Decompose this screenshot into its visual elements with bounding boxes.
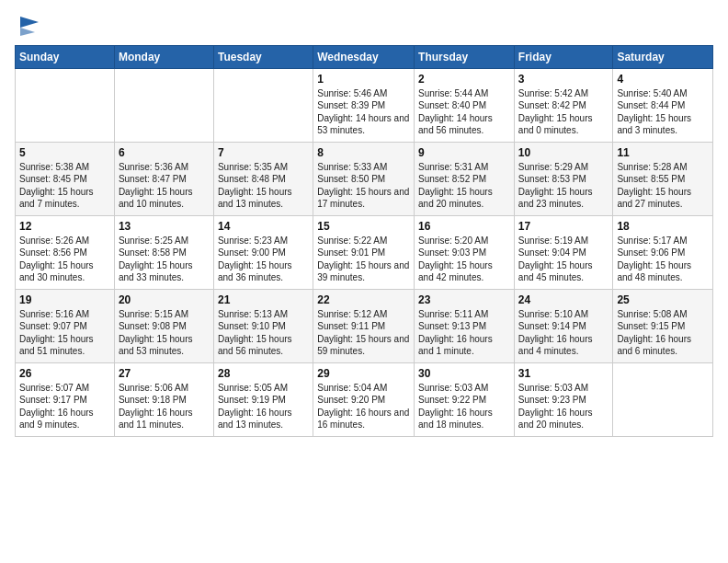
day-info: Sunrise: 5:03 AM Sunset: 9:23 PM Dayligh… [518,382,609,431]
day-number: 1 [317,73,410,86]
col-header-monday: Monday [114,45,213,68]
day-info: Sunrise: 5:10 AM Sunset: 9:14 PM Dayligh… [518,308,609,358]
day-cell: 16Sunrise: 5:20 AM Sunset: 9:03 PM Dayli… [415,215,515,289]
day-info: Sunrise: 5:22 AM Sunset: 9:01 PM Dayligh… [317,235,410,284]
day-number: 25 [617,293,709,306]
day-cell: 19Sunrise: 5:16 AM Sunset: 9:07 PM Dayli… [16,289,115,362]
col-header-tuesday: Tuesday [213,45,313,68]
day-cell: 18Sunrise: 5:17 AM Sunset: 9:06 PM Dayli… [613,215,713,289]
day-number: 26 [19,367,110,380]
day-info: Sunrise: 5:05 AM Sunset: 9:19 PM Dayligh… [218,382,309,431]
logo [15,15,42,38]
day-cell: 11Sunrise: 5:28 AM Sunset: 8:55 PM Dayli… [613,142,713,215]
day-info: Sunrise: 5:36 AM Sunset: 8:47 PM Dayligh… [119,161,210,211]
day-info: Sunrise: 5:16 AM Sunset: 9:07 PM Dayligh… [19,308,110,358]
day-info: Sunrise: 5:23 AM Sunset: 9:00 PM Dayligh… [218,235,309,284]
day-cell: 26Sunrise: 5:07 AM Sunset: 9:17 PM Dayli… [16,362,115,436]
day-info: Sunrise: 5:03 AM Sunset: 9:22 PM Dayligh… [418,382,510,431]
day-number: 29 [317,367,410,380]
col-header-thursday: Thursday [415,45,515,68]
day-cell: 22Sunrise: 5:12 AM Sunset: 9:11 PM Dayli… [313,289,415,362]
day-number: 14 [218,220,309,233]
day-number: 23 [418,293,510,306]
day-cell: 7Sunrise: 5:35 AM Sunset: 8:48 PM Daylig… [213,142,313,215]
day-info: Sunrise: 5:08 AM Sunset: 9:15 PM Dayligh… [617,308,709,358]
col-header-saturday: Saturday [613,45,713,68]
day-cell: 3Sunrise: 5:42 AM Sunset: 8:42 PM Daylig… [514,68,613,142]
day-number: 21 [218,293,309,306]
day-cell: 24Sunrise: 5:10 AM Sunset: 9:14 PM Dayli… [514,289,613,362]
day-info: Sunrise: 5:25 AM Sunset: 8:58 PM Dayligh… [119,235,210,284]
day-info: Sunrise: 5:33 AM Sunset: 8:50 PM Dayligh… [317,161,410,211]
day-cell [213,68,313,142]
day-cell: 23Sunrise: 5:11 AM Sunset: 9:13 PM Dayli… [415,289,515,362]
col-header-friday: Friday [514,45,613,68]
day-info: Sunrise: 5:17 AM Sunset: 9:06 PM Dayligh… [617,235,709,284]
day-number: 28 [218,367,309,380]
day-number: 18 [617,220,709,233]
day-cell: 5Sunrise: 5:38 AM Sunset: 8:45 PM Daylig… [16,142,115,215]
day-number: 31 [518,367,609,380]
day-info: Sunrise: 5:42 AM Sunset: 8:42 PM Dayligh… [518,87,609,137]
day-cell: 6Sunrise: 5:36 AM Sunset: 8:47 PM Daylig… [114,142,213,215]
day-info: Sunrise: 5:15 AM Sunset: 9:08 PM Dayligh… [119,308,210,358]
day-number: 9 [418,146,510,159]
day-info: Sunrise: 5:19 AM Sunset: 9:04 PM Dayligh… [518,235,609,284]
day-info: Sunrise: 5:04 AM Sunset: 9:20 PM Dayligh… [317,382,410,431]
day-number: 2 [418,73,510,86]
day-info: Sunrise: 5:29 AM Sunset: 8:53 PM Dayligh… [518,161,609,211]
day-number: 16 [418,220,510,233]
day-cell: 14Sunrise: 5:23 AM Sunset: 9:00 PM Dayli… [213,215,313,289]
day-cell: 2Sunrise: 5:44 AM Sunset: 8:40 PM Daylig… [415,68,515,142]
day-number: 20 [119,293,210,306]
page-header [15,15,713,38]
day-number: 5 [19,146,110,159]
day-info: Sunrise: 5:20 AM Sunset: 9:03 PM Dayligh… [418,235,510,284]
day-info: Sunrise: 5:46 AM Sunset: 8:39 PM Dayligh… [317,87,410,137]
day-cell [613,362,713,436]
day-cell: 13Sunrise: 5:25 AM Sunset: 8:58 PM Dayli… [114,215,213,289]
day-info: Sunrise: 5:06 AM Sunset: 9:18 PM Dayligh… [119,382,210,431]
day-info: Sunrise: 5:07 AM Sunset: 9:17 PM Dayligh… [19,382,110,431]
day-cell: 12Sunrise: 5:26 AM Sunset: 8:56 PM Dayli… [16,215,115,289]
week-row-1: 1Sunrise: 5:46 AM Sunset: 8:39 PM Daylig… [16,68,713,142]
day-number: 7 [218,146,309,159]
day-number: 27 [119,367,210,380]
header-row: SundayMondayTuesdayWednesdayThursdayFrid… [16,45,713,68]
day-number: 24 [518,293,609,306]
day-info: Sunrise: 5:44 AM Sunset: 8:40 PM Dayligh… [418,87,510,137]
day-cell: 17Sunrise: 5:19 AM Sunset: 9:04 PM Dayli… [514,215,613,289]
day-cell: 27Sunrise: 5:06 AM Sunset: 9:18 PM Dayli… [114,362,213,436]
day-cell [114,68,213,142]
day-info: Sunrise: 5:28 AM Sunset: 8:55 PM Dayligh… [617,161,709,211]
day-number: 10 [518,146,609,159]
day-cell: 4Sunrise: 5:40 AM Sunset: 8:44 PM Daylig… [613,68,713,142]
day-cell: 31Sunrise: 5:03 AM Sunset: 9:23 PM Dayli… [514,362,613,436]
day-cell: 8Sunrise: 5:33 AM Sunset: 8:50 PM Daylig… [313,142,415,215]
day-cell: 10Sunrise: 5:29 AM Sunset: 8:53 PM Dayli… [514,142,613,215]
svg-marker-0 [20,17,39,28]
day-info: Sunrise: 5:31 AM Sunset: 8:52 PM Dayligh… [418,161,510,211]
week-row-2: 5Sunrise: 5:38 AM Sunset: 8:45 PM Daylig… [16,142,713,215]
day-cell: 21Sunrise: 5:13 AM Sunset: 9:10 PM Dayli… [213,289,313,362]
day-cell: 9Sunrise: 5:31 AM Sunset: 8:52 PM Daylig… [415,142,515,215]
day-cell [16,68,115,142]
day-cell: 20Sunrise: 5:15 AM Sunset: 9:08 PM Dayli… [114,289,213,362]
day-number: 15 [317,220,410,233]
day-number: 19 [19,293,110,306]
day-number: 17 [518,220,609,233]
day-cell: 15Sunrise: 5:22 AM Sunset: 9:01 PM Dayli… [313,215,415,289]
day-number: 6 [119,146,210,159]
week-row-3: 12Sunrise: 5:26 AM Sunset: 8:56 PM Dayli… [16,215,713,289]
day-number: 11 [617,146,709,159]
col-header-sunday: Sunday [16,45,115,68]
day-info: Sunrise: 5:38 AM Sunset: 8:45 PM Dayligh… [19,161,110,211]
calendar-table: SundayMondayTuesdayWednesdayThursdayFrid… [15,45,713,437]
day-info: Sunrise: 5:13 AM Sunset: 9:10 PM Dayligh… [218,308,309,358]
day-cell: 30Sunrise: 5:03 AM Sunset: 9:22 PM Dayli… [415,362,515,436]
day-number: 3 [518,73,609,86]
col-header-wednesday: Wednesday [313,45,415,68]
day-info: Sunrise: 5:11 AM Sunset: 9:13 PM Dayligh… [418,308,510,358]
day-cell: 1Sunrise: 5:46 AM Sunset: 8:39 PM Daylig… [313,68,415,142]
day-info: Sunrise: 5:40 AM Sunset: 8:44 PM Dayligh… [617,87,709,137]
